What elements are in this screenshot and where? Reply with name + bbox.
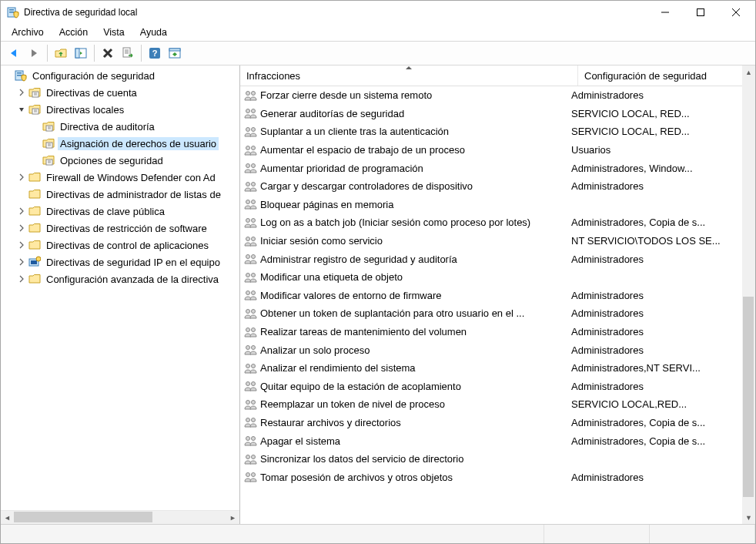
list-row[interactable]: Apagar el sistemaAdministradores, Copia … xyxy=(240,432,742,450)
expand-icon[interactable] xyxy=(18,173,28,181)
tree-item[interactable]: Configuración de seguridad xyxy=(1,67,239,84)
menu-vista[interactable]: Vista xyxy=(95,25,132,39)
tree[interactable]: Configuración de seguridadDirectivas de … xyxy=(1,65,239,510)
expand-icon[interactable] xyxy=(18,89,28,96)
list-row[interactable]: Analizar el rendimiento del sistemaAdmin… xyxy=(240,359,742,378)
window-title: Directiva de seguridad local xyxy=(24,7,647,18)
tree-horizontal-scrollbar[interactable]: ◄ ► xyxy=(1,510,239,524)
back-icon[interactable] xyxy=(5,45,22,62)
tree-item[interactable]: Directiva de auditoría xyxy=(1,118,239,135)
list-row[interactable]: Administrar registro de seguridad y audi… xyxy=(240,250,742,268)
svg-point-62 xyxy=(246,309,250,313)
user-right-icon xyxy=(243,289,259,301)
list-row[interactable]: Suplantar a un cliente tras la autentica… xyxy=(240,123,742,141)
policy-name: Generar auditorías de seguridad xyxy=(260,108,571,119)
properties-icon[interactable] xyxy=(166,45,183,62)
policy-name: Tomar posesión de archivos y otros objet… xyxy=(260,472,571,483)
help-icon[interactable]: ? xyxy=(146,45,163,62)
show-hide-tree-icon[interactable] xyxy=(72,45,89,62)
expand-icon[interactable] xyxy=(18,224,28,232)
user-right-icon xyxy=(243,271,259,284)
maximize-button[interactable] xyxy=(683,1,718,24)
tree-item[interactable]: Directivas de administrador de listas de xyxy=(1,186,239,203)
expand-icon[interactable] xyxy=(18,275,28,283)
list-row[interactable]: Bloquear páginas en memoria xyxy=(240,196,742,214)
list-row[interactable]: Modificar valores de entorno de firmware… xyxy=(240,287,742,305)
list-row[interactable]: Aumentar el espacio de trabajo de un pro… xyxy=(240,141,742,160)
list-row[interactable]: Analizar un solo procesoAdministradores xyxy=(240,341,742,359)
list-row[interactable]: Obtener un token de suplantación para ot… xyxy=(240,304,742,323)
list-row[interactable]: Iniciar sesión como servicioNT SERVICIO\… xyxy=(240,232,742,250)
list-row[interactable]: Modificar una etiqueta de objeto xyxy=(240,268,742,287)
list-row[interactable]: Log on as a batch job (Iniciar sesión co… xyxy=(240,213,742,232)
minimize-button[interactable] xyxy=(647,1,683,24)
folder-icon xyxy=(42,120,55,133)
security-setting: Administradores, Copia de s... xyxy=(571,435,742,447)
policy-name: Log on as a batch job (Iniciar sesión co… xyxy=(260,217,571,228)
scroll-right-icon[interactable]: ► xyxy=(226,511,239,524)
scrollbar-thumb[interactable] xyxy=(14,512,152,522)
menu-ayuda[interactable]: Ayuda xyxy=(132,25,175,39)
tree-item[interactable]: Directivas de clave pública xyxy=(1,203,239,220)
security-setting: Administradores xyxy=(571,326,742,337)
tree-item[interactable]: Asignación de derechos de usuario xyxy=(1,135,239,152)
svg-text:?: ? xyxy=(152,49,158,58)
expand-icon[interactable] xyxy=(18,207,28,215)
toolbar-separator xyxy=(47,45,48,62)
list-row[interactable]: Cargar y descargar controladores de disp… xyxy=(240,177,742,196)
tree-item[interactable]: Opciones de seguridad xyxy=(1,152,239,169)
list-row[interactable]: Realizar tareas de mantenimiento del vol… xyxy=(240,323,742,341)
svg-point-73 xyxy=(252,400,256,404)
scroll-up-icon[interactable]: ▲ xyxy=(742,65,755,79)
tree-item[interactable]: Firewall de Windows Defender con Ad xyxy=(1,169,239,186)
expand-icon[interactable] xyxy=(18,258,28,266)
tree-item[interactable]: Directivas de cuenta xyxy=(1,84,239,101)
policy-name: Forzar cierre desde un sistema remoto xyxy=(260,89,571,101)
user-right-icon xyxy=(243,107,259,119)
menu-acción[interactable]: Acción xyxy=(52,25,96,39)
svg-point-65 xyxy=(252,327,256,331)
policy-name: Aumentar prioridad de programación xyxy=(260,163,571,174)
tree-pane: Configuración de seguridadDirectivas de … xyxy=(1,65,240,524)
list-row[interactable]: Tomar posesión de archivos y otros objet… xyxy=(240,468,742,486)
svg-rect-2 xyxy=(9,12,14,13)
scrollbar-thumb[interactable] xyxy=(743,297,754,497)
tree-item[interactable]: Directivas de control de aplicaciones xyxy=(1,237,239,254)
menu-archivo[interactable]: Archivo xyxy=(4,25,52,39)
tree-item[interactable]: Directivas de restricción de software xyxy=(1,220,239,237)
forward-icon[interactable] xyxy=(25,45,42,62)
list-row[interactable]: Forzar cierre desde un sistema remotoAdm… xyxy=(240,86,742,105)
status-bar xyxy=(1,524,755,543)
user-right-icon xyxy=(243,89,259,102)
user-right-icon xyxy=(243,126,259,138)
list-row[interactable]: Aumentar prioridad de programaciónAdmini… xyxy=(240,159,742,177)
list-row[interactable]: Restaurar archivos y directoriosAdminist… xyxy=(240,414,742,432)
tree-item[interactable]: Configuración avanzada de la directiva xyxy=(1,270,239,287)
folder-icon xyxy=(28,239,41,251)
svg-rect-18 xyxy=(17,72,22,74)
tree-item[interactable]: Directivas locales xyxy=(1,101,239,118)
toolbar: ? xyxy=(1,41,755,65)
scroll-left-icon[interactable]: ◄ xyxy=(1,511,14,524)
expand-icon[interactable] xyxy=(18,241,28,249)
svg-point-47 xyxy=(252,164,256,168)
scroll-down-icon[interactable]: ▼ xyxy=(742,511,755,524)
column-header-setting[interactable]: Configuración de seguridad xyxy=(578,65,742,86)
list-row[interactable]: Reemplazar un token de nivel de procesoS… xyxy=(240,395,742,414)
delete-icon[interactable] xyxy=(99,45,116,62)
up-folder-icon[interactable] xyxy=(52,45,69,62)
tree-item[interactable]: Directivas de seguridad IP en el equipo xyxy=(1,254,239,270)
tree-item-label: Opciones de seguridad xyxy=(58,154,166,167)
svg-point-37 xyxy=(36,257,41,261)
list-row[interactable]: Generar auditorías de seguridadSERVICIO … xyxy=(240,105,742,123)
list-row[interactable]: Quitar equipo de la estación de acoplami… xyxy=(240,378,742,396)
list-body[interactable]: Forzar cierre desde un sistema remotoAdm… xyxy=(240,86,742,524)
list-vertical-scrollbar[interactable]: ▲ ▼ xyxy=(742,65,755,524)
user-right-icon xyxy=(243,435,259,447)
policy-name: Sincronizar los datos del servicio de di… xyxy=(260,453,571,465)
close-button[interactable] xyxy=(718,1,754,24)
column-header-policy[interactable]: Infracciones xyxy=(240,65,578,86)
collapse-icon[interactable] xyxy=(18,106,28,113)
list-row[interactable]: Sincronizar los datos del servicio de di… xyxy=(240,450,742,468)
export-list-icon[interactable] xyxy=(119,45,136,62)
